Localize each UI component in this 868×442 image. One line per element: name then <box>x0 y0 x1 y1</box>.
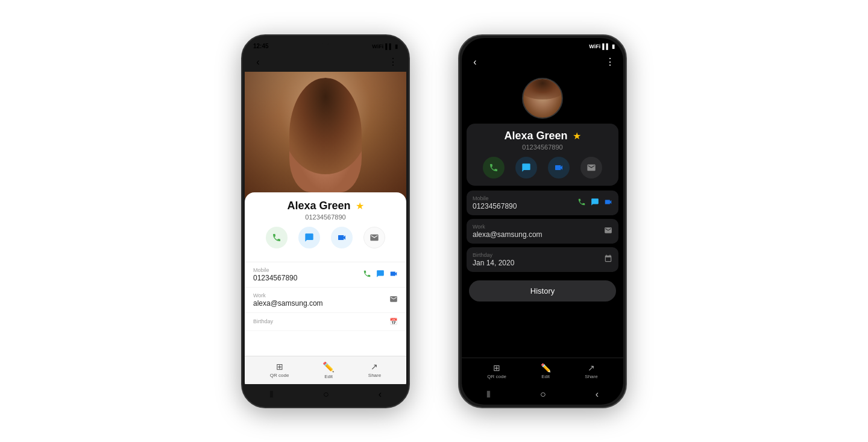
more-button-dark[interactable]: ⋮ <box>603 55 617 69</box>
birthday-cal-icon-light: 📅 <box>389 318 398 326</box>
phone-light: 12:45 WiFi ▌▌ ▮ ‹ ⋮ Alexa Green ★ 012345… <box>241 34 410 408</box>
mobile-info-light: Mobile 01234567890 <box>253 267 297 282</box>
star-icon-dark: ★ <box>573 130 581 142</box>
work-info-dark: Work alexa@samsung.com <box>473 224 542 239</box>
mobile-label-light: Mobile <box>253 267 297 273</box>
mobile-msg-icon-light[interactable] <box>376 270 385 280</box>
action-buttons-light <box>253 227 398 248</box>
work-mail-icon-light[interactable] <box>389 295 398 305</box>
message-button-dark[interactable] <box>515 157 537 178</box>
edit-icon-dark: ✏️ <box>541 363 551 373</box>
mobile-actions-dark <box>577 198 612 208</box>
birthday-actions-dark <box>604 254 612 265</box>
nav-bar-dark: ⦀ ○ ‹ <box>462 384 623 405</box>
work-label-light: Work <box>253 292 323 298</box>
work-value-light: alexa@samsung.com <box>253 299 323 308</box>
more-button-light[interactable]: ⋮ <box>386 55 400 69</box>
spacer-dark <box>462 306 623 358</box>
message-button-light[interactable] <box>298 227 320 248</box>
mobile-msg-dark[interactable] <box>591 198 599 208</box>
work-mail-dark[interactable] <box>604 226 612 236</box>
qr-code-label-dark: QR code <box>487 374 506 379</box>
notch-light <box>322 38 329 45</box>
birthday-label-dark: Birthday <box>473 252 514 258</box>
bottom-bar-dark: ⊞ QR code ✏️ Edit ↗ Share <box>462 358 623 384</box>
contact-card-light: Alexa Green ★ 01234567890 <box>245 192 406 262</box>
video-button-dark[interactable] <box>548 157 570 178</box>
mobile-call-icon-light[interactable] <box>363 270 371 280</box>
qr-code-button-dark[interactable]: ⊞ QR code <box>487 363 506 379</box>
share-button-light[interactable]: ↗ Share <box>368 362 381 378</box>
avatar-dark <box>522 78 563 119</box>
work-actions-dark <box>604 226 612 236</box>
status-icons-dark: WiFi ▌▌ ▮ <box>589 43 615 49</box>
edit-button-dark[interactable]: ✏️ Edit <box>541 363 551 379</box>
contact-name-row-light: Alexa Green ★ <box>253 200 398 212</box>
edit-button-light[interactable]: ✏️ Edit <box>322 361 335 379</box>
edit-icon-light: ✏️ <box>322 361 335 373</box>
detail-mobile-light: Mobile 01234567890 <box>245 262 406 288</box>
mobile-actions-light <box>363 270 398 280</box>
mobile-info-dark: Mobile 01234567890 <box>473 195 517 210</box>
star-icon-light: ★ <box>356 200 364 212</box>
time-dark: 12:45 <box>470 43 486 49</box>
nav-bar-light: ⦀ ○ ‹ <box>245 384 406 405</box>
mail-button-dark[interactable] <box>580 157 602 178</box>
call-button-light[interactable] <box>266 227 288 248</box>
nav-menu-dark[interactable]: ⦀ <box>486 389 491 400</box>
birthday-info-light: Birthday <box>253 318 273 325</box>
nav-menu-light[interactable]: ⦀ <box>269 389 274 400</box>
share-label-dark: Share <box>585 374 597 379</box>
qr-code-icon-light: ⊞ <box>276 362 283 371</box>
mobile-label-dark: Mobile <box>473 195 517 201</box>
video-button-light[interactable] <box>331 227 353 248</box>
hero-image-light <box>245 72 406 198</box>
nav-home-light[interactable]: ○ <box>323 389 329 400</box>
edit-label-dark: Edit <box>541 374 550 379</box>
mail-button-light[interactable] <box>363 227 385 248</box>
detail-birthday-light: Birthday 📅 <box>245 313 406 331</box>
contact-phone-dark: 01234567890 <box>475 144 610 151</box>
top-bar-light: ‹ ⋮ <box>245 52 406 72</box>
bottom-bar-light: ⊞ QR code ✏️ Edit ↗ Share <box>245 356 406 384</box>
detail-work-dark: Work alexa@samsung.com <box>467 219 618 244</box>
mobile-video-icon-light[interactable] <box>389 270 398 280</box>
battery-icon-light: ▮ <box>395 43 398 49</box>
mobile-video-dark[interactable] <box>604 198 612 208</box>
back-button-light[interactable]: ‹ <box>251 55 265 69</box>
edit-label-light: Edit <box>324 374 333 379</box>
time-light: 12:45 <box>253 43 269 49</box>
nav-back-light[interactable]: ‹ <box>379 389 382 400</box>
contact-name-dark: Alexa Green <box>504 130 567 142</box>
signal-icon-dark: ▌▌ <box>602 43 610 49</box>
call-button-dark[interactable] <box>483 157 505 178</box>
notch-dark <box>539 38 546 45</box>
detail-mobile-dark: Mobile 01234567890 <box>467 191 618 215</box>
status-icons-light: WiFi ▌▌ ▮ <box>372 43 398 49</box>
work-label-dark: Work <box>473 224 542 230</box>
birthday-cal-dark <box>604 254 612 265</box>
mobile-value-light: 01234567890 <box>253 274 297 282</box>
qr-code-button-light[interactable]: ⊞ QR code <box>270 362 289 378</box>
share-label-light: Share <box>368 373 381 378</box>
share-button-dark[interactable]: ↗ Share <box>585 363 597 379</box>
battery-icon-dark: ▮ <box>612 43 615 49</box>
details-list-light: Mobile 01234567890 <box>245 262 406 356</box>
birthday-value-dark: Jan 14, 2020 <box>473 259 514 267</box>
share-icon-light: ↗ <box>371 362 378 371</box>
history-button[interactable]: History <box>469 280 616 302</box>
contact-card-dark: Alexa Green ★ 01234567890 <box>467 124 618 186</box>
work-info-light: Work alexa@samsung.com <box>253 292 323 308</box>
phone-dark: 12:45 WiFi ▌▌ ▮ ‹ ⋮ Alexa Green ★ 012345… <box>458 34 627 408</box>
birthday-label-light: Birthday <box>253 318 273 324</box>
birthday-info-dark: Birthday Jan 14, 2020 <box>473 252 514 267</box>
nav-home-dark[interactable]: ○ <box>540 389 546 400</box>
contact-phone-light: 01234567890 <box>253 213 398 221</box>
mobile-value-dark: 01234567890 <box>473 202 517 210</box>
nav-back-dark[interactable]: ‹ <box>596 389 599 400</box>
person-photo-light <box>289 78 362 192</box>
back-button-dark[interactable]: ‹ <box>468 55 482 69</box>
work-actions-light <box>389 295 398 305</box>
mobile-call-dark[interactable] <box>577 198 586 208</box>
contact-name-light: Alexa Green <box>287 200 350 212</box>
